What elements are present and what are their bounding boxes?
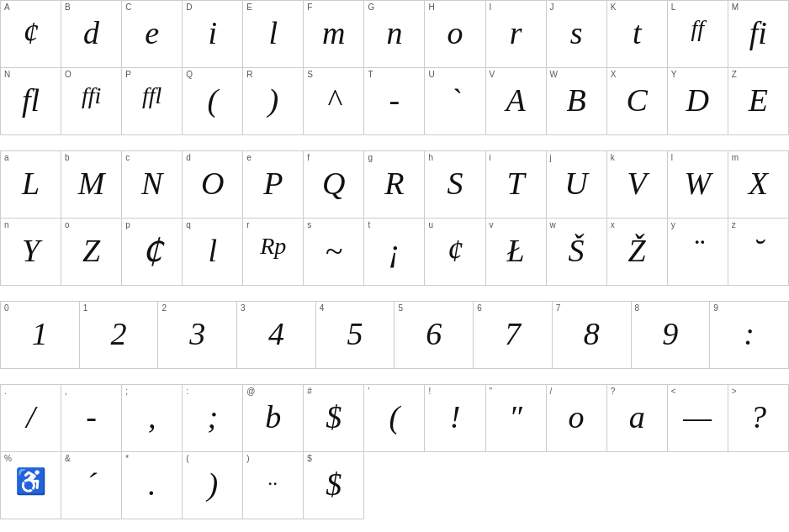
list-item: nY [1,219,61,286]
cell-glyph-display: V [611,166,664,202]
cell-glyph-display: ` [428,83,481,119]
cell-key-label: / [550,387,603,397]
cell-key-label: N [4,70,57,80]
cell-key-label: j [550,153,603,163]
cell-key-label: t [368,220,421,230]
list-item: gR [364,151,425,219]
cell-glyph-display: A [490,83,543,119]
glyph-section-0: A¢BdCeDiElFmGnHoIrJsKtLffMfiNflOffiPfflQ… [0,0,789,135]
cell-glyph-display: C [611,83,664,119]
list-item: dO [183,151,243,219]
cell-glyph-display: l [186,234,239,269]
list-item: Lff [667,1,728,68]
cell-key-label: o [65,220,118,230]
list-item: T- [364,68,425,135]
cell-key-label: , [65,387,118,397]
list-item: "″ [485,385,546,452]
cell-glyph-display: l [246,16,299,51]
cell-glyph-display: 4 [241,317,312,352]
cell-key-label: D [186,3,239,13]
table-row: aLbMcNdOePfQgRhSiTjUkVlWmX [1,151,789,219]
list-item: ql [183,219,243,286]
list-item: Ho [425,1,485,68]
cell-glyph-display: 3 [162,317,233,352]
cell-key-label: 5 [398,303,469,313]
cell-key-label: A [4,3,57,13]
cell-glyph-display: N [125,166,178,202]
list-item: Nfl [1,68,61,135]
list-item: p₵ [122,219,183,286]
cell-key-label: W [550,70,603,80]
list-item: fQ [304,151,364,219]
list-item: hS [425,151,485,219]
cell-key-label: O [65,70,118,80]
list-item: ;, [122,385,183,452]
list-item: eP [243,151,304,219]
list-item: vŁ [485,219,546,286]
cell-glyph-display: 5 [320,317,391,352]
cell-key-label: E [246,3,299,13]
list-item: Mfi [728,1,788,68]
list-item: Fm [304,1,364,68]
cell-glyph-display: o [550,400,603,435]
cell-glyph-display: ? [732,400,785,435]
table-row: %♿&´*.())..$$ [1,452,789,519]
list-item: <— [667,385,728,452]
list-item: jU [546,151,606,219]
cell-key-label: $ [307,454,360,464]
cell-key-label: T [368,70,421,80]
cell-key-label: z [732,220,785,230]
cell-key-label: w [550,220,603,230]
cell-glyph-display: ! [428,400,481,435]
cell-glyph-display: . [125,467,178,503]
cell-key-label: 1 [83,303,155,313]
cell-glyph-display: - [65,400,118,435]
cell-key-label: R [246,70,299,80]
list-item: YD [667,68,728,135]
cell-key-label: 4 [320,303,391,313]
cell-glyph-display: ₵ [125,234,178,269]
cell-glyph-display: B [550,83,603,119]
cell-key-label: B [65,3,118,13]
cell-key-label: u [428,220,481,230]
list-item: @b [243,385,304,452]
table-row: ./,-;,:;@b#$'(!!"″/o?a<—>? [1,385,789,452]
list-item: S^ [304,68,364,135]
table-row: 0112233445566778899: [1,302,789,369]
list-item: ./ [1,385,61,452]
cell-glyph-display: Z [65,234,118,269]
list-item: cN [122,151,183,219]
cell-glyph-display: M [65,166,118,202]
list-item: 12 [79,302,158,369]
cell-glyph-display: e [125,16,178,51]
cell-key-label: # [307,387,360,397]
cell-key-label: 3 [241,303,312,313]
list-item: >? [728,385,788,452]
cell-key-label: . [4,387,57,397]
cell-glyph-display: U [550,166,603,202]
cell-glyph-display: Rp [246,234,299,260]
list-item: u¢ [425,219,485,286]
cell-key-label: a [4,153,57,163]
cell-key-label: % [4,454,57,464]
cell-key-label: Z [732,70,785,80]
cell-glyph-display: r [490,16,543,51]
list-item: WB [546,68,606,135]
list-item: 78 [552,302,631,369]
cell-glyph-display: fi [732,16,785,51]
cell-glyph-display: O [186,166,239,202]
cell-glyph-display: ~ [307,234,360,269]
glyph-chart: A¢BdCeDiElFmGnHoIrJsKtLffMfiNflOffiPfflQ… [0,0,789,519]
cell-key-label: P [125,70,178,80]
cell-key-label: k [611,153,664,163]
cell-glyph-display: 6 [398,317,469,352]
cell-glyph-display: S [428,166,481,202]
cell-glyph-display: : [713,317,785,352]
list-item: t¡ [364,219,425,286]
cell-key-label: 9 [713,303,785,313]
cell-glyph-display: Ł [490,234,543,269]
cell-glyph-display: s [550,16,603,51]
cell-key-label: ! [428,387,481,397]
list-item: ,- [61,385,122,452]
table-row: NflOffiPfflQ(R)S^T-U`VAWBXCYDZE [1,68,789,135]
